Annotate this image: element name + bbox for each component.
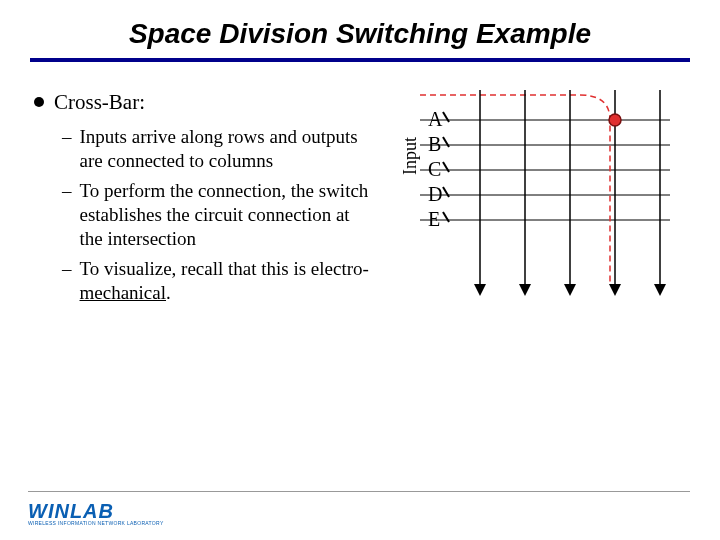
logo-first-letter: W — [28, 500, 48, 522]
sub3-underlined: mechanical — [80, 282, 167, 303]
winlab-logo: WINLAB — [28, 501, 164, 521]
footer-logo-block: WINLAB WIRELESS INFORMATION NETWORK LABO… — [28, 501, 164, 526]
bullet-text: Cross-Bar: — [54, 90, 145, 115]
svg-point-10 — [609, 114, 621, 126]
dash-icon: – — [62, 125, 72, 149]
bullet-dot-icon — [34, 97, 44, 107]
dash-icon: – — [62, 257, 72, 281]
dash-icon: – — [62, 179, 72, 203]
sub-bullet-text: To visualize, recall that this is electr… — [80, 257, 371, 305]
row-label: C — [428, 158, 441, 180]
logo-rest: INLAB — [48, 500, 114, 522]
row-label: D — [428, 183, 442, 205]
content-row: Cross-Bar: – Inputs arrive along rows an… — [30, 90, 690, 311]
sub-bullet-item: – To visualize, recall that this is elec… — [62, 257, 370, 305]
slide: Space Division Switching Example Cross-B… — [0, 0, 720, 540]
sub3-suffix: . — [166, 282, 171, 303]
sub3-prefix: To visualize, recall that this is electr… — [80, 258, 369, 279]
bullet-item: Cross-Bar: — [34, 90, 370, 115]
sub-bullet-list: – Inputs arrive along rows and outputs a… — [62, 125, 370, 305]
sub-bullet-text: To perform the connection, the switch es… — [80, 179, 371, 251]
sub-bullet-item: – Inputs arrive along rows and outputs a… — [62, 125, 370, 173]
title-rule — [30, 58, 690, 62]
row-label: B — [428, 133, 441, 155]
footer-subtitle: WIRELESS INFORMATION NETWORK LABORATORY — [28, 521, 164, 526]
footer-rule — [28, 491, 690, 492]
text-column: Cross-Bar: – Inputs arrive along rows an… — [30, 90, 370, 311]
row-label: A — [428, 108, 443, 130]
row-label: E — [428, 208, 440, 230]
sub-bullet-item: – To perform the connection, the switch … — [62, 179, 370, 251]
sub-bullet-text: Inputs arrive along rows and outputs are… — [80, 125, 371, 173]
crossbar-diagram: A B C D E — [380, 90, 680, 310]
figure-column: Input — [380, 90, 690, 311]
slide-title: Space Division Switching Example — [30, 18, 690, 50]
